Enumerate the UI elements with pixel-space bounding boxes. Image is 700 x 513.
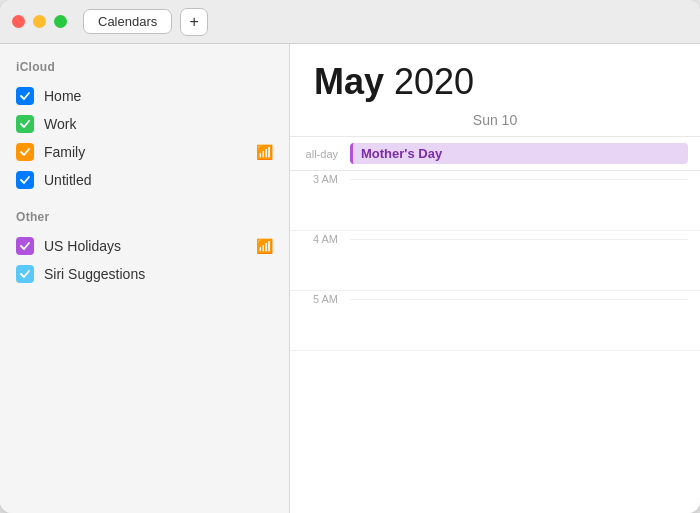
traffic-lights [12, 15, 67, 28]
add-calendar-button[interactable]: + [180, 8, 208, 36]
titlebar: Calendars + [0, 0, 700, 44]
home-label: Home [44, 88, 273, 104]
wifi-icon-holidays: 📶 [256, 238, 273, 254]
calendar-item-untitled[interactable]: Untitled [12, 166, 277, 194]
allday-row: all-day Mother's Day [290, 137, 700, 171]
time-line-3am [350, 179, 688, 180]
untitled-label: Untitled [44, 172, 273, 188]
checkbox-home[interactable] [16, 87, 34, 105]
family-label: Family [44, 144, 252, 160]
titlebar-controls: Calendars + [83, 8, 208, 36]
us-holidays-label: US Holidays [44, 238, 252, 254]
calendar-item-family[interactable]: Family 📶 [12, 138, 277, 166]
calendar-view: May 2020 Sun 10 all-day Mother's Day 3 A… [290, 44, 700, 513]
main-window: Calendars + iCloud Home [0, 0, 700, 513]
month-title: May 2020 [314, 64, 676, 100]
allday-label: all-day [290, 148, 350, 160]
checkbox-work[interactable] [16, 115, 34, 133]
checkbox-family[interactable] [16, 143, 34, 161]
checkbox-us-holidays[interactable] [16, 237, 34, 255]
month-header: May 2020 [290, 44, 700, 108]
checkbox-siri[interactable] [16, 265, 34, 283]
time-label-4am: 4 AM [290, 231, 350, 245]
sidebar: iCloud Home Work [0, 44, 290, 513]
calendar-item-us-holidays[interactable]: US Holidays 📶 [12, 232, 277, 260]
month-name: May [314, 61, 384, 102]
day-header: Sun 10 [290, 108, 700, 137]
time-row-3am: 3 AM [290, 171, 700, 231]
icloud-section-header: iCloud [12, 60, 277, 74]
year-number: 2020 [394, 61, 474, 102]
time-label-5am: 5 AM [290, 291, 350, 305]
checkbox-untitled[interactable] [16, 171, 34, 189]
calendars-button[interactable]: Calendars [83, 9, 172, 34]
calendar-item-siri[interactable]: Siri Suggestions [12, 260, 277, 288]
minimize-button[interactable] [33, 15, 46, 28]
work-label: Work [44, 116, 273, 132]
siri-suggestions-label: Siri Suggestions [44, 266, 273, 282]
other-section-header: Other [12, 210, 277, 224]
time-row-5am: 5 AM [290, 291, 700, 351]
maximize-button[interactable] [54, 15, 67, 28]
calendar-item-home[interactable]: Home [12, 82, 277, 110]
time-line-5am [350, 299, 688, 300]
wifi-icon-family: 📶 [256, 144, 273, 160]
close-button[interactable] [12, 15, 25, 28]
time-row-4am: 4 AM [290, 231, 700, 291]
mothers-day-event[interactable]: Mother's Day [350, 143, 688, 164]
time-slots: 3 AM 4 AM 5 AM [290, 171, 700, 513]
time-label-3am: 3 AM [290, 171, 350, 185]
main-content: iCloud Home Work [0, 44, 700, 513]
time-line-4am [350, 239, 688, 240]
calendar-item-work[interactable]: Work [12, 110, 277, 138]
